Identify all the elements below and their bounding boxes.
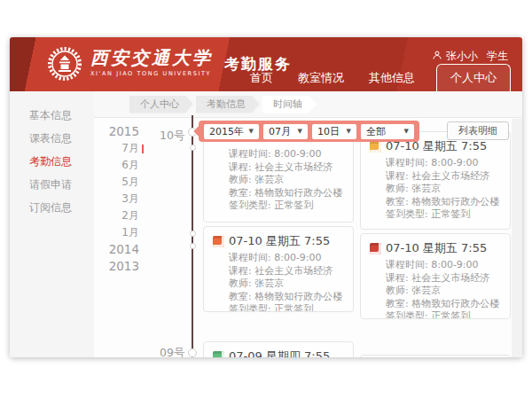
- nav-item-classrooms[interactable]: 教室情况: [286, 65, 356, 91]
- chevron-down-icon: ▼: [404, 128, 409, 135]
- card-row-course: 课程: 社会主义市场经济: [213, 161, 344, 175]
- timeline-node: [190, 145, 196, 151]
- chevron-down-icon: ▼: [298, 128, 302, 135]
- chevron-down-icon: ▼: [347, 128, 351, 135]
- card-date-title: 07-10 星期五 7:55: [229, 233, 330, 249]
- card-row-course-time: 课程时间: 8:00-9:00: [370, 157, 501, 170]
- timeline-node: [188, 348, 197, 357]
- user-role: 学生: [487, 49, 508, 64]
- calendar-icon: [370, 243, 381, 254]
- timeline-scale: 2015 7月 6月 5月 3月 2月 1月 2014 2013: [94, 123, 139, 275]
- year-select[interactable]: 2015年 ▼: [204, 124, 259, 139]
- day-select[interactable]: 10日 ▼: [312, 124, 356, 139]
- scale-month-jan[interactable]: 1月: [94, 224, 139, 241]
- scope-select[interactable]: 全部 ▼: [361, 124, 414, 139]
- university-name: 西安交通大学 XI'AN JIAO TONG UNIVERSITY: [90, 46, 213, 77]
- nav-item-personal-center-active[interactable]: 个人中心: [436, 64, 511, 91]
- scope-select-value: 全部: [366, 125, 386, 138]
- attendance-card[interactable]: [360, 355, 511, 357]
- card-row-course-time: 课程时间: 8:00-9:00: [370, 259, 501, 272]
- sidebar-item-subscription-info[interactable]: 订阅信息: [10, 196, 94, 219]
- attendance-card[interactable]: 07-10 星期五 7:55 课程时间: 8:00-9:00 课程: 社会主义市…: [360, 233, 511, 319]
- month-select-value: 07月: [269, 125, 291, 138]
- card-row-classroom: 教室: 格物致知行政办公楼: [370, 298, 501, 311]
- screenshot-viewport: 西安交通大学 XI'AN JIAO TONG UNIVERSITY 考勤服务 张…: [0, 0, 532, 399]
- day-select-value: 10日: [317, 125, 340, 138]
- scale-month-jul[interactable]: 7月: [94, 140, 139, 157]
- card-row-classroom: 教室: 格物致知行政办公楼: [370, 196, 501, 209]
- breadcrumb: 个人中心 考勤信息 时间轴: [94, 91, 522, 118]
- day-marker-09: 09号: [160, 346, 192, 357]
- calendar-icon: [370, 141, 381, 153]
- scale-year-2013[interactable]: 2013: [94, 258, 139, 275]
- chevron-down-icon: ▼: [249, 128, 254, 135]
- content-area: 基本信息 课表信息 考勤信息 请假申请 订阅信息 个人中心 考勤信息 时间轴 2…: [10, 91, 522, 357]
- card-row-classroom: 教室: 格物致知行政办公楼: [213, 187, 344, 200]
- calendar-icon: [213, 236, 224, 247]
- app-header: 西安交通大学 XI'AN JIAO TONG UNIVERSITY 考勤服务 张…: [10, 37, 522, 91]
- card-row-course: 课程: 社会主义市场经济: [370, 272, 501, 286]
- card-date-title: 07-10 星期五 7:55: [386, 240, 487, 256]
- university-seal-icon: [47, 46, 82, 85]
- card-row-course-time: 课程时间: 8:00-9:00: [213, 252, 344, 265]
- timeline-node: [190, 243, 196, 249]
- card-row-course: 课程: 社会主义市场经济: [213, 265, 344, 278]
- university-name-cn: 西安交通大学: [90, 46, 213, 69]
- card-row-teacher: 教师: 张芸京: [213, 174, 344, 187]
- user-account[interactable]: 张小小 学生: [432, 49, 508, 64]
- month-select[interactable]: 07月 ▼: [263, 124, 308, 139]
- scale-month-jun[interactable]: 6月: [94, 157, 139, 174]
- card-row-teacher: 教师: 张芸京: [370, 285, 501, 298]
- breadcrumb-timeline-active[interactable]: 时间轴: [262, 96, 317, 113]
- card-row-teacher: 教师: 张芸京: [370, 183, 501, 196]
- attendance-card[interactable]: 07-10 星期五 7:55 课程时间: 8:00-9:00 课程: 社会主义市…: [360, 131, 511, 230]
- main-panel: 个人中心 考勤信息 时间轴 2015 7月 6月 5月 3月 2月 1月 201…: [94, 91, 522, 357]
- scale-year-2014[interactable]: 2014: [94, 241, 139, 258]
- attendance-card[interactable]: 07-09 星期四 7:55: [203, 341, 354, 357]
- card-row-course-time: 课程时间: 8:00-9:00: [213, 148, 344, 161]
- sidebar-item-attendance-info[interactable]: 考勤信息: [10, 150, 94, 173]
- scale-month-feb[interactable]: 2月: [94, 207, 139, 224]
- nav-item-home[interactable]: 首页: [238, 65, 286, 91]
- scale-month-mar[interactable]: 3月: [94, 191, 139, 207]
- timeline-node: [190, 231, 196, 237]
- breadcrumb-personal-center[interactable]: 个人中心: [129, 96, 193, 113]
- year-select-value: 2015年: [209, 125, 244, 138]
- scrollbar-track[interactable]: [512, 119, 522, 357]
- date-filter-bar: 2015年 ▼ 07月 ▼ 10日 ▼ 全部 ▼: [199, 121, 419, 142]
- sidebar-item-basic-info[interactable]: 基本信息: [10, 104, 94, 127]
- scale-month-may[interactable]: 5月: [94, 174, 139, 191]
- nav-item-other-info[interactable]: 其他信息: [356, 65, 427, 91]
- main-nav: 首页 教室情况 其他信息 个人中心: [238, 64, 511, 91]
- card-row-checkin-type: 签到类型: 正常签到: [370, 208, 501, 222]
- university-name-en: XI'AN JIAO TONG UNIVERSITY: [90, 70, 213, 77]
- card-row-checkin-type: 签到类型: 正常签到: [213, 303, 344, 312]
- current-month-marker: [142, 145, 144, 153]
- scale-year-2015[interactable]: 2015: [94, 123, 139, 140]
- card-row-classroom: 教室: 格物致知行政办公楼: [213, 291, 344, 304]
- breadcrumb-attendance-info[interactable]: 考勤信息: [196, 96, 260, 113]
- card-row-teacher: 教师: 张芸京: [213, 278, 344, 291]
- user-icon: [432, 50, 442, 63]
- sidebar: 基本信息 课表信息 考勤信息 请假申请 订阅信息: [10, 91, 94, 357]
- app-window: 西安交通大学 XI'AN JIAO TONG UNIVERSITY 考勤服务 张…: [10, 37, 522, 357]
- card-date-title: 07-09 星期四 7:55: [229, 348, 330, 357]
- card-row-checkin-type: 签到类型: 正常签到: [370, 310, 501, 319]
- list-detail-button[interactable]: 列表明细: [447, 121, 509, 140]
- attendance-card[interactable]: 07-10 星期五 7:55 课程时间: 8:00-9:00 课程: 社会主义市…: [203, 226, 354, 312]
- sidebar-item-schedule-info[interactable]: 课表信息: [10, 127, 94, 150]
- card-row-course: 课程: 社会主义市场经济: [370, 170, 501, 184]
- day-marker-10: 10号: [160, 129, 192, 144]
- sidebar-item-leave-request[interactable]: 请假申请: [10, 173, 94, 196]
- user-name: 张小小: [446, 49, 478, 64]
- card-row-checkin-type: 签到类型: 正常签到: [213, 200, 344, 213]
- calendar-icon: [213, 351, 224, 358]
